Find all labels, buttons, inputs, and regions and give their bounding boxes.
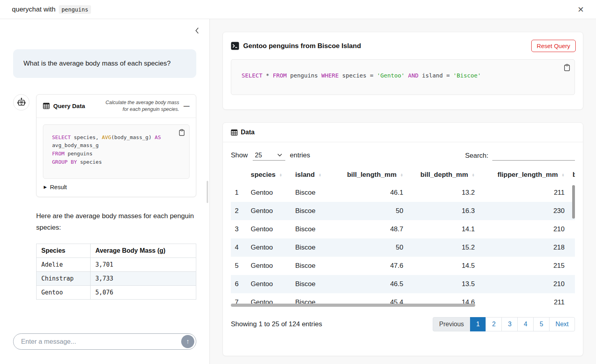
sql-line: GROUP BY species xyxy=(52,158,182,167)
page-button-previous: Previous xyxy=(433,317,470,331)
table-cell: Gentoo xyxy=(247,238,291,257)
answer-table-cell: 5,076 xyxy=(91,286,196,300)
table-cell: 48.7 xyxy=(331,220,407,238)
show-label: Show xyxy=(231,151,248,159)
row-number-cell: 2 xyxy=(231,202,247,220)
minimize-icon[interactable]: — xyxy=(183,103,190,109)
arrow-up-icon: ↑ xyxy=(186,338,190,346)
search-control: Search: xyxy=(465,151,575,161)
sql-code-block-main: SELECT * FROM penguins WHERE species = '… xyxy=(231,59,575,95)
page-button-5[interactable]: 5 xyxy=(533,317,550,331)
table-cell: Biscoe xyxy=(291,257,331,275)
chat-message-input[interactable] xyxy=(13,333,196,350)
data-card: Data Show 25 entries Sear xyxy=(223,122,583,356)
main-panel: Gentoo penguins from Biscoe Island Reset… xyxy=(210,19,596,364)
sql-line: SELECT * FROM penguins WHERE species = '… xyxy=(242,72,565,79)
table-cell: 50 xyxy=(331,202,407,220)
current-query-card: Gentoo penguins from Biscoe Island Reset… xyxy=(223,32,583,110)
page-button-1[interactable]: 1 xyxy=(470,317,486,331)
column-header-b[interactable]: b xyxy=(569,166,575,184)
table-cell: 15.2 xyxy=(407,238,479,257)
caret-right-icon: ▶ xyxy=(44,185,47,189)
table-cell xyxy=(569,220,575,238)
page-button-4[interactable]: 4 xyxy=(517,317,534,331)
assistant-message: Query Data Calculate the average body ma… xyxy=(13,94,196,300)
table-cell: 13.5 xyxy=(407,275,479,293)
pagination: Previous12345Next xyxy=(433,317,575,331)
table-cell: Biscoe xyxy=(291,220,331,238)
page-button-3[interactable]: 3 xyxy=(501,317,518,331)
answer-table-header-row: SpeciesAverage Body Mass (g) xyxy=(37,244,196,258)
answer-table: SpeciesAverage Body Mass (g) Adelie3,701… xyxy=(36,244,196,300)
send-button[interactable]: ↑ xyxy=(181,335,194,348)
sql-line: SELECT species, AVG(body_mass_g) AS xyxy=(52,134,182,142)
sql-line: FROM penguins xyxy=(52,150,182,158)
table-cell: 46.5 xyxy=(331,275,407,293)
sidebar-collapse-icon[interactable] xyxy=(193,26,201,35)
sort-icon: ▲▼ xyxy=(279,174,282,177)
app-title-text: querychat with xyxy=(12,6,56,14)
result-expander[interactable]: ▶ Result xyxy=(43,179,190,194)
app-title: querychat with penguins xyxy=(12,5,91,14)
chat-input-area: ↑ xyxy=(13,333,196,350)
reset-query-button[interactable]: Reset Query xyxy=(531,40,576,52)
column-header-bill_length_mm[interactable]: bill_length_mm▲▼ xyxy=(331,166,407,184)
row-number-cell: 4 xyxy=(231,238,247,257)
table-cell: 218 xyxy=(479,238,569,257)
sidebar-scrollbar[interactable] xyxy=(207,181,208,203)
sql-line: avg_body_mass_g xyxy=(52,141,182,150)
query-title: Gentoo penguins from Biscoe Island xyxy=(243,42,361,50)
horizontal-scrollbar[interactable] xyxy=(231,304,475,307)
data-table: species▲▼island▲▼bill_length_mm▲▼bill_de… xyxy=(231,166,575,309)
tool-card-title: Query Data xyxy=(53,103,85,109)
table-cell: Biscoe xyxy=(291,238,331,257)
table-cell: Biscoe xyxy=(291,275,331,293)
entries-info: Showing 1 to 25 of 124 entries xyxy=(231,320,322,328)
answer-table-cell: 3,733 xyxy=(91,272,196,286)
answer-table-row: Gentoo5,076 xyxy=(37,286,196,300)
table-cell: Biscoe xyxy=(291,202,331,220)
table-cell: Gentoo xyxy=(247,275,291,293)
search-label: Search: xyxy=(465,152,488,160)
tool-call-card: Query Data Calculate the average body ma… xyxy=(36,94,196,197)
copy-icon[interactable] xyxy=(178,129,185,136)
answer-table-cell: Adelie xyxy=(37,258,91,272)
window-titlebar: querychat with penguins ✕ xyxy=(0,0,596,19)
close-icon[interactable]: ✕ xyxy=(574,4,587,15)
vertical-scrollbar[interactable] xyxy=(572,185,575,219)
column-header-flipper_length_mm[interactable]: flipper_length_mm▲▼ xyxy=(479,166,569,184)
table-cell: Biscoe xyxy=(291,293,331,309)
row-number-cell: 5 xyxy=(231,257,247,275)
copy-icon[interactable] xyxy=(563,64,571,72)
answer-table-cell: Chinstrap xyxy=(37,272,91,286)
table-cell: 211 xyxy=(479,184,569,202)
answer-table-cell: Gentoo xyxy=(37,286,91,300)
table-cell: Gentoo xyxy=(247,220,291,238)
row-number-header xyxy=(231,166,247,184)
sql-code-chat: SELECT species, AVG(body_mass_g) ASavg_b… xyxy=(52,134,182,167)
answer-table-row: Chinstrap3,733 xyxy=(37,272,196,286)
table-row: 2GentooBiscoe5016.3230 xyxy=(231,202,575,220)
table-cell: 45.4 xyxy=(331,293,407,309)
column-header-island[interactable]: island▲▼ xyxy=(291,166,331,184)
table-cell: 16.3 xyxy=(407,202,479,220)
table-cell xyxy=(569,293,575,309)
page-button-next[interactable]: Next xyxy=(549,317,575,331)
column-header-bill_depth_mm[interactable]: bill_depth_mm▲▼ xyxy=(407,166,479,184)
table-cell: Gentoo xyxy=(247,184,291,202)
datatable-footer: Showing 1 to 25 of 124 entries Previous1… xyxy=(223,309,583,331)
row-number-cell: 3 xyxy=(231,220,247,238)
sql-code-block-chat: SELECT species, AVG(body_mass_g) ASavg_b… xyxy=(43,124,190,179)
table-cell: 210 xyxy=(479,220,569,238)
sort-icon: ▲▼ xyxy=(561,174,565,177)
assistant-answer-text: Here are the average body masses for eac… xyxy=(36,211,196,234)
row-number-cell: 6 xyxy=(231,275,247,293)
page-button-2[interactable]: 2 xyxy=(486,317,502,331)
column-header-species[interactable]: species▲▼ xyxy=(247,166,291,184)
table-row: 1GentooBiscoe46.113.2211 xyxy=(231,184,575,202)
table-cell: 46.1 xyxy=(331,184,407,202)
table-row: 5GentooBiscoe47.614.5215 xyxy=(231,257,575,275)
chat-sidebar: What is the average body mass of each sp… xyxy=(0,19,210,364)
page-size-select[interactable]: 25 xyxy=(253,151,285,161)
search-input[interactable] xyxy=(492,151,575,161)
